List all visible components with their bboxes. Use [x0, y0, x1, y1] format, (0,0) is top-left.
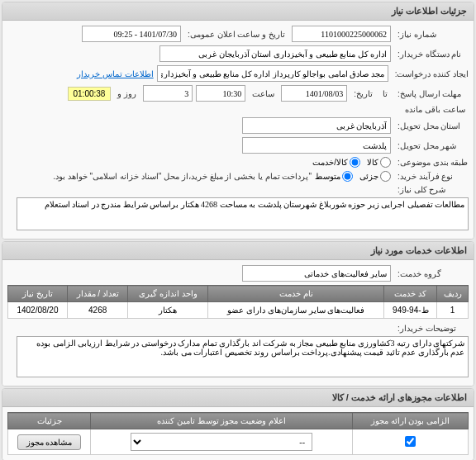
proc-partial-radio[interactable]: [380, 171, 391, 182]
cell-qty: 4268: [67, 302, 127, 319]
need-details-body: شماره نیاز: تاریخ و ساعت اعلان عمومی: نا…: [2, 21, 474, 239]
announce-field[interactable]: [82, 26, 181, 42]
proc-medium-option[interactable]: متوسط: [315, 171, 353, 182]
th-row: ردیف: [437, 286, 469, 302]
cell-name: فعالیت‌های سایر سازمان‌های دارای عضو: [208, 302, 384, 319]
process-note: "پرداخت تمام یا بخشی از مبلغ خرید،از محل…: [53, 172, 312, 181]
desc-textarea[interactable]: [17, 197, 469, 230]
th-unit: واحد اندازه گیری: [128, 286, 208, 302]
city-field[interactable]: [242, 137, 391, 154]
desc-label: شرح کلی نیاز:: [394, 185, 469, 194]
cell-status: --: [91, 429, 353, 455]
need-details-header: جزئیات اطلاعات نیاز: [2, 2, 474, 21]
buyer-field[interactable]: [159, 45, 391, 62]
req-no-field[interactable]: [292, 26, 391, 42]
services-table-header-row: ردیف کد خدمت نام خدمت واحد اندازه گیری ت…: [8, 286, 469, 302]
group-field[interactable]: [242, 265, 391, 282]
permits-header: اطلاعات مجوزهای ارائه خدمت / کالا: [2, 389, 474, 407]
th-status: اعلام وضعیت مجوز توسط تامین کننده: [91, 413, 353, 429]
cell-details: مشاهده مجوز: [8, 429, 91, 455]
notes-textarea[interactable]: [17, 336, 469, 377]
cell-mandatory: [353, 429, 469, 455]
need-details-panel: جزئیات اطلاعات نیاز شماره نیاز: تاریخ و …: [2, 2, 474, 239]
services-table: ردیف کد خدمت نام خدمت واحد اندازه گیری ت…: [7, 285, 469, 319]
th-mandatory: الزامی بودن ارائه مجوز: [353, 413, 469, 429]
permits-panel: اطلاعات مجوزهای ارائه خدمت / کالا الزامی…: [2, 388, 474, 460]
th-qty: تعداد / مقدار: [67, 286, 127, 302]
req-no-label: شماره نیاز:: [394, 30, 469, 39]
buyer-label: نام دستگاه خریدار:: [394, 50, 469, 59]
th-code: کد خدمت: [384, 286, 437, 302]
proc-medium-radio[interactable]: [342, 171, 353, 182]
th-date: تاریخ نیاز: [8, 286, 68, 302]
category-label: طبقه بندی موضوعی:: [394, 158, 469, 167]
cat-service-option[interactable]: کالا/خدمت: [312, 157, 360, 168]
deadline-label: مهلت ارسال پاسخ:: [394, 89, 469, 98]
proc-partial-option[interactable]: جزئی: [359, 171, 391, 182]
permits-body: الزامی بودن ارائه مجوز اعلام وضعیت مجوز …: [2, 407, 474, 460]
process-radio-group: جزئی متوسط: [315, 171, 391, 182]
permits-header-row: الزامی بودن ارائه مجوز اعلام وضعیت مجوز …: [8, 413, 469, 429]
permits-table: الزامی بودن ارائه مجوز اعلام وضعیت مجوز …: [7, 412, 469, 455]
category-radio-group: کالا کالا/خدمت: [312, 157, 391, 168]
until-label: تا: [379, 89, 391, 98]
services-body: گروه خدمت: ردیف کد خدمت نام خدمت واحد ان…: [2, 260, 474, 386]
city-label: شهر محل تحویل:: [394, 141, 469, 150]
cell-date: 1402/08/20: [8, 302, 68, 319]
view-permit-button[interactable]: مشاهده مجوز: [17, 434, 82, 450]
time-label: ساعت: [249, 89, 278, 98]
cat-goods-option[interactable]: کالا: [367, 157, 391, 168]
th-name: نام خدمت: [208, 286, 384, 302]
deadline-time-field[interactable]: [196, 85, 245, 102]
services-header: اطلاعات خدمات مورد نیاز: [2, 242, 474, 260]
creator-field[interactable]: [157, 65, 388, 82]
deadline-date-field[interactable]: [281, 85, 347, 102]
services-panel: اطلاعات خدمات مورد نیاز گروه خدمت: ردیف …: [2, 241, 474, 386]
cat-service-radio[interactable]: [350, 157, 360, 168]
th-details: جزئیات: [8, 413, 91, 429]
countdown-timer: 01:00:38: [68, 87, 112, 101]
date-label: تاریخ:: [350, 89, 376, 98]
day-and-label: روز و: [114, 89, 140, 98]
contact-link[interactable]: اطلاعات تماس خریدار: [77, 69, 154, 78]
notes-label: توضیحات خریدار:: [394, 324, 469, 333]
table-row[interactable]: -- مشاهده مجوز: [8, 429, 469, 455]
table-row[interactable]: 1 ط-94-949 فعالیت‌های سایر سازمان‌های دا…: [8, 302, 469, 319]
days-left-field[interactable]: [143, 85, 193, 102]
cell-unit: هکتار: [128, 302, 208, 319]
timer-suffix-label: ساعت باقی مانده: [402, 105, 469, 114]
announce-label: تاریخ و ساعت اعلان عمومی:: [184, 30, 288, 39]
cat-goods-radio[interactable]: [380, 157, 391, 168]
cell-row: 1: [437, 302, 469, 319]
mandatory-checkbox[interactable]: [405, 436, 416, 447]
buy-process-label: نوع فرآیند خرید:: [394, 172, 469, 181]
cell-code: ط-94-949: [384, 302, 437, 319]
province-field[interactable]: [242, 117, 391, 134]
status-select[interactable]: --: [131, 433, 312, 451]
creator-label: ایجاد کننده درخواست:: [392, 69, 469, 78]
province-label: استان محل تحویل:: [394, 121, 469, 130]
group-label: گروه خدمت:: [394, 269, 469, 278]
